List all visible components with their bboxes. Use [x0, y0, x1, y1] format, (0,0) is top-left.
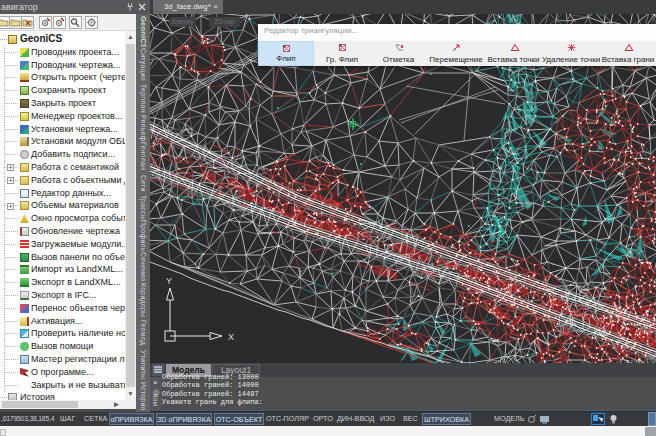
svg-text:Y: Y: [166, 276, 172, 286]
svg-text:X: X: [228, 332, 234, 342]
